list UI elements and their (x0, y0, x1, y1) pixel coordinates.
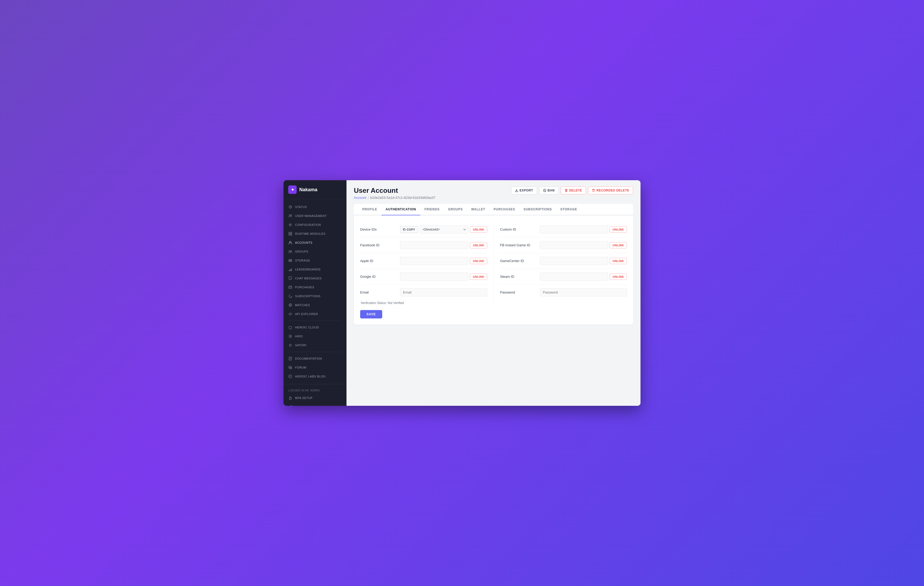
auth-grid: Device IDs Copy (360, 222, 627, 305)
facebook-id-input[interactable] (400, 241, 468, 249)
sidebar-item-purchases[interactable]: Purchases (284, 283, 346, 292)
blog-icon (288, 374, 292, 379)
sidebar-item-documentation[interactable]: Documentation (284, 354, 346, 363)
steam-id-unlink-button[interactable]: Unlink (609, 273, 627, 280)
users-icon (288, 214, 292, 218)
svg-rect-7 (290, 234, 292, 235)
sidebar-item-heroic-labs-blog[interactable]: Heroic Labs Blog (284, 372, 346, 381)
apple-id-field-wrap: Unlink (400, 257, 487, 265)
fb-instant-game-id-field-wrap: Unlink (540, 241, 627, 249)
ban-button[interactable]: Ban (539, 186, 559, 194)
sidebar-footer: Logged in as: Admin MFA Setup L (284, 384, 346, 406)
password-input[interactable] (540, 288, 627, 296)
tabs-bar: Profile Authentication Friends Groups Wa… (354, 204, 633, 216)
fb-instant-game-id-input[interactable] (540, 241, 608, 249)
sidebar-item-hiro[interactable]: Hiro (284, 332, 346, 341)
sidebar-item-satori[interactable]: Satori (284, 341, 346, 350)
sidebar-item-accounts[interactable]: Accounts (284, 238, 346, 247)
sidebar: ✦ Nakama Status (284, 180, 346, 406)
sidebar-item-chat-messages[interactable]: Chat Messages (284, 274, 346, 283)
tab-authentication[interactable]: Authentication (381, 204, 420, 216)
custom-id-input[interactable] (540, 226, 608, 234)
logged-in-label: Logged in as: Admin (284, 387, 346, 393)
facebook-id-unlink-button[interactable]: Unlink (470, 242, 487, 249)
svg-point-1 (289, 215, 290, 216)
hiro-icon (288, 334, 292, 338)
sidebar-item-forum[interactable]: Forum (284, 363, 346, 372)
sidebar-item-api-explorer[interactable]: API Explorer (284, 309, 346, 318)
sidebar-item-leaderboards[interactable]: Leaderboards (284, 265, 346, 274)
device-ids-row: Device IDs Copy (360, 222, 487, 237)
sidebar-item-status[interactable]: Status (284, 202, 346, 211)
tab-groups[interactable]: Groups (444, 204, 467, 216)
delete-icon (564, 189, 568, 192)
tab-storage[interactable]: Storage (556, 204, 581, 216)
facebook-id-label: Facebook ID (360, 243, 397, 247)
svg-point-9 (289, 250, 290, 252)
apple-id-input[interactable] (400, 257, 468, 265)
account-icon (288, 240, 292, 245)
gamecenter-id-label: GameCenter ID (500, 259, 537, 263)
apple-id-unlink-button[interactable]: Unlink (470, 258, 487, 264)
tab-wallet[interactable]: Wallet (467, 204, 490, 216)
sidebar-item-storage[interactable]: Storage (284, 256, 346, 265)
custom-id-row: Custom ID Unlink (500, 222, 627, 237)
google-id-label: Google ID (360, 275, 397, 278)
steam-id-row: Steam ID Unlink (500, 269, 627, 285)
chat-icon (288, 276, 292, 280)
device-ids-select[interactable]: <DeviceId> (420, 226, 469, 234)
svg-rect-20 (289, 398, 291, 400)
svg-point-10 (290, 250, 292, 252)
modules-icon (288, 232, 292, 236)
custom-id-unlink-button[interactable]: Unlink (609, 226, 627, 233)
sidebar-item-subscriptions[interactable]: Subscriptions (284, 292, 346, 301)
sidebar-item-configuration[interactable]: Configuration (284, 221, 346, 229)
device-ids-unlink-button[interactable]: Unlink (470, 226, 487, 233)
apple-id-row: Apple ID Unlink (360, 253, 487, 269)
gamecenter-id-unlink-button[interactable]: Unlink (609, 258, 627, 264)
fb-instant-game-id-unlink-button[interactable]: Unlink (609, 242, 627, 249)
sidebar-item-runtime-modules[interactable]: Runtime Modules (284, 229, 346, 238)
svg-rect-6 (289, 234, 290, 235)
email-field-wrap (400, 288, 487, 296)
sidebar-item-mfa-setup[interactable]: MFA Setup (284, 393, 346, 402)
gamecenter-id-input[interactable] (540, 257, 608, 265)
fb-instant-game-id-label: FB Instant Game ID (500, 243, 537, 247)
email-row: Email (360, 285, 487, 300)
recorded-delete-button[interactable]: Recorded Delete (588, 186, 633, 194)
google-id-unlink-button[interactable]: Unlink (470, 273, 487, 280)
breadcrumb-account-link[interactable]: Account (354, 196, 366, 200)
steam-id-input[interactable] (540, 273, 608, 281)
tab-profile[interactable]: Profile (358, 204, 381, 216)
svg-rect-5 (290, 232, 292, 234)
sidebar-item-user-management[interactable]: User Management (284, 211, 346, 221)
header-actions: Export Ban Delete (511, 186, 633, 194)
svg-rect-11 (289, 259, 292, 260)
forum-icon (288, 365, 292, 370)
tab-friends[interactable]: Friends (420, 204, 444, 216)
save-button[interactable]: Save (360, 310, 382, 318)
device-ids-copy-button[interactable]: Copy (400, 226, 418, 233)
sidebar-item-matches[interactable]: Matches (284, 301, 346, 309)
google-id-input[interactable] (400, 273, 468, 281)
apple-id-label: Apple ID (360, 259, 397, 263)
sidebar-item-heroic-cloud[interactable]: Heroic Cloud (284, 323, 346, 332)
email-input[interactable] (400, 288, 487, 296)
auth-left-column: Device IDs Copy (360, 222, 493, 305)
google-id-field-wrap: Unlink (400, 273, 487, 281)
recorded-delete-icon (592, 189, 595, 192)
facebook-id-field-wrap: Unlink (400, 241, 487, 249)
sidebar-item-groups[interactable]: Groups (284, 247, 346, 256)
tab-subscriptions[interactable]: Subscriptions (519, 204, 556, 216)
svg-rect-4 (289, 232, 290, 234)
mfa-icon (288, 396, 292, 400)
password-row: Password (500, 285, 627, 300)
delete-button[interactable]: Delete (561, 186, 586, 194)
facebook-id-row: Facebook ID Unlink (360, 237, 487, 253)
tab-purchases[interactable]: Purchases (490, 204, 520, 216)
sidebar-item-logout[interactable]: Logout (284, 402, 346, 406)
fb-instant-game-id-row: FB Instant Game ID Unlink (500, 237, 627, 253)
export-button[interactable]: Export (511, 186, 537, 194)
svg-rect-12 (289, 261, 292, 262)
svg-rect-22 (404, 229, 405, 230)
